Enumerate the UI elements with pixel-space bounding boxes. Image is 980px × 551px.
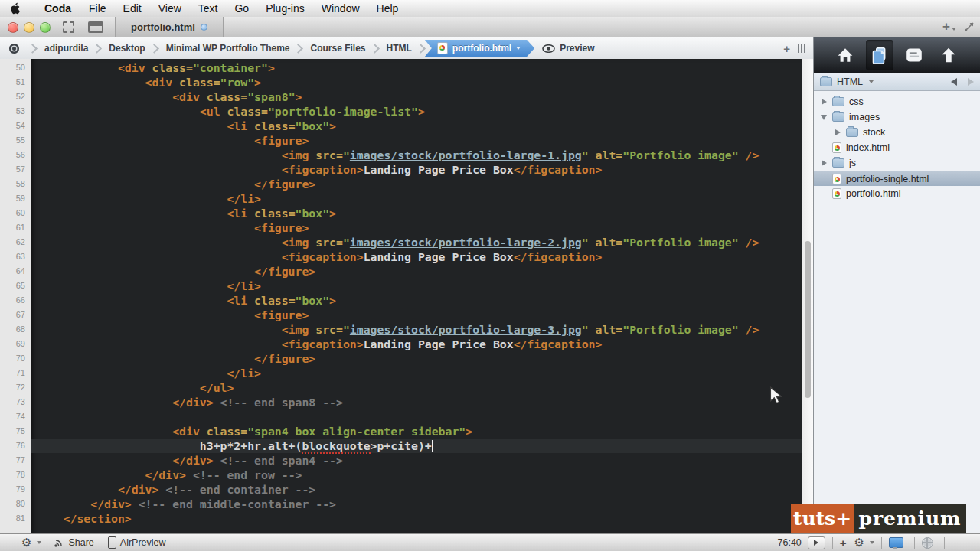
settings-menu-button[interactable]: ⚙ (21, 537, 41, 549)
file-tree-item-portfolio-html[interactable]: portfolio.html (814, 186, 980, 201)
menu-item-coda[interactable]: Coda (35, 2, 80, 15)
code-line-79[interactable]: </div> <!-- end container --> (31, 482, 802, 497)
go-to-line-button[interactable] (808, 536, 825, 549)
code-token: <figcaption> (282, 337, 364, 350)
files-icon (871, 47, 888, 64)
menu-item-plug-ins[interactable]: Plug-ins (257, 2, 313, 15)
code-line-67[interactable]: <figure> (31, 308, 802, 322)
code-line-58[interactable]: </figure> (31, 177, 802, 191)
breadcrumb-item[interactable]: adipurdila (41, 43, 91, 54)
code-line-70[interactable]: </figure> (31, 351, 802, 366)
share-button[interactable]: Share (54, 537, 93, 548)
menu-item-help[interactable]: Help (368, 2, 407, 15)
home-button[interactable] (831, 40, 859, 70)
code-line-80[interactable]: </div> <!-- end middle-container --> (31, 497, 802, 511)
close-window-button[interactable] (8, 22, 18, 33)
code-line-64[interactable]: </figure> (31, 264, 802, 279)
web-globe-icon[interactable] (922, 537, 933, 549)
code-line-50[interactable]: <div class="container"> (31, 60, 802, 75)
code-text-area[interactable]: <div class="container"> <div class="row"… (31, 59, 802, 533)
file-tree-item-index-html[interactable]: index.html (814, 140, 980, 155)
folder-icon (846, 128, 858, 137)
code-line-73[interactable]: </div> <!-- end span8 --> (31, 395, 802, 409)
apple-menu-icon[interactable] (11, 2, 21, 15)
back-icon[interactable] (951, 78, 957, 86)
file-tree-item-js[interactable]: js (814, 155, 980, 171)
disclosure-triangle-icon[interactable] (820, 160, 828, 166)
publish-button[interactable] (935, 40, 962, 70)
code-line-62[interactable]: <img src="images/stock/portfolio-large-2… (31, 235, 802, 249)
new-tab-button[interactable]: + (942, 20, 956, 34)
add-button[interactable]: + (840, 536, 847, 549)
code-line-57[interactable]: <figcaption>Landing Page Price Box</figc… (31, 162, 802, 177)
file-tree-item-stock[interactable]: stock (814, 125, 980, 140)
sites-button[interactable] (58, 21, 78, 34)
files-button[interactable] (866, 40, 893, 70)
breadcrumb-item[interactable]: Minimal WP Portfolio Theme (163, 43, 293, 54)
root-icon[interactable] (9, 44, 19, 54)
airpreview-button[interactable]: AirPreview (108, 536, 166, 549)
code-line-52[interactable]: <div class="span8"> (31, 90, 802, 104)
code-line-54[interactable]: <li class="box"> (31, 119, 802, 133)
breadcrumb-item-active[interactable]: portfolio.html (425, 40, 534, 57)
current-folder-label: HTML (837, 77, 863, 87)
code-line-78[interactable]: </div> <!-- end row --> (31, 468, 802, 482)
breadcrumb-item[interactable]: HTML (384, 43, 415, 54)
code-line-77[interactable]: </div> <!-- end span4 --> (31, 453, 802, 468)
code-line-76[interactable]: h3+p*2+hr.alt+(blockquote>p+cite)+ (31, 439, 802, 453)
code-line-59[interactable]: </li> (31, 191, 802, 206)
code-line-61[interactable]: <figure> (31, 220, 802, 235)
menu-item-go[interactable]: Go (226, 2, 257, 15)
local-preview-icon[interactable] (889, 537, 903, 548)
add-split-button[interactable]: + (783, 42, 790, 55)
document-tab[interactable]: portfolio.html (115, 17, 224, 37)
disclosure-triangle-icon[interactable] (820, 99, 828, 105)
code-token (589, 323, 596, 336)
code-line-56[interactable]: <img src="images/stock/portfolio-large-1… (31, 148, 802, 162)
code-line-60[interactable]: <li class="box"> (31, 206, 802, 220)
code-line-71[interactable]: </li> (31, 366, 802, 380)
file-tree-item-portfolio-single-html[interactable]: portfolio-single.html (814, 171, 980, 186)
file-tree-item-css[interactable]: css (814, 94, 980, 109)
current-folder-selector[interactable]: HTML (814, 73, 980, 91)
minimize-window-button[interactable] (24, 22, 34, 33)
menu-item-text[interactable]: Text (190, 2, 227, 15)
code-token: <figcaption> (282, 163, 364, 176)
code-line-68[interactable]: <img src="images/stock/portfolio-large-3… (31, 322, 802, 337)
preview-button[interactable]: Preview (542, 43, 594, 54)
code-line-51[interactable]: <div class="row"> (31, 75, 802, 90)
fullscreen-icon[interactable] (964, 22, 974, 32)
code-line-66[interactable]: <li class="box"> (31, 293, 802, 308)
menu-item-edit[interactable]: Edit (115, 2, 150, 15)
clips-button[interactable] (900, 40, 928, 70)
line-number: 81 (0, 511, 31, 526)
window-title-bar[interactable]: portfolio.html + (0, 17, 980, 38)
code-line-74[interactable] (31, 409, 802, 424)
disclosure-triangle-icon[interactable] (820, 115, 828, 120)
code-line-53[interactable]: <ul class="portfolio-image-list"> (31, 104, 802, 119)
code-line-55[interactable]: <figure> (31, 133, 802, 148)
code-line-69[interactable]: <figcaption>Landing Page Price Box</figc… (31, 337, 802, 351)
code-line-72[interactable]: </ul> (31, 380, 802, 395)
split-view-icon[interactable] (798, 44, 805, 53)
disclosure-triangle-icon[interactable] (834, 129, 841, 135)
breadcrumb-item[interactable]: Desktop (106, 43, 148, 54)
zoom-window-button[interactable] (40, 22, 51, 33)
forward-icon[interactable] (968, 78, 974, 86)
coda-screenshot: CodaFileEditViewTextGoPlug-insWindowHelp… (0, 0, 980, 551)
tab-bar-toggle-button[interactable] (86, 21, 106, 34)
editor-settings-button[interactable]: ⚙ (854, 537, 874, 549)
code-line-65[interactable]: </li> (31, 279, 802, 293)
breadcrumb-item[interactable]: Course Files (307, 43, 368, 54)
menu-item-view[interactable]: View (150, 2, 190, 15)
editor-scrollbar[interactable] (802, 59, 813, 533)
code-line-75[interactable]: <div class="span4 box align-center sideb… (31, 424, 802, 439)
code-line-63[interactable]: <figcaption>Landing Page Price Box</figc… (31, 249, 802, 264)
menu-item-file[interactable]: File (80, 2, 115, 15)
code-token (589, 236, 596, 249)
file-tree-item-images[interactable]: images (814, 109, 980, 125)
scrollbar-thumb[interactable] (805, 241, 811, 398)
code-token: "portfolio-image-list" (268, 105, 418, 118)
menu-item-window[interactable]: Window (313, 2, 368, 15)
code-line-81[interactable]: </section> (31, 511, 802, 526)
